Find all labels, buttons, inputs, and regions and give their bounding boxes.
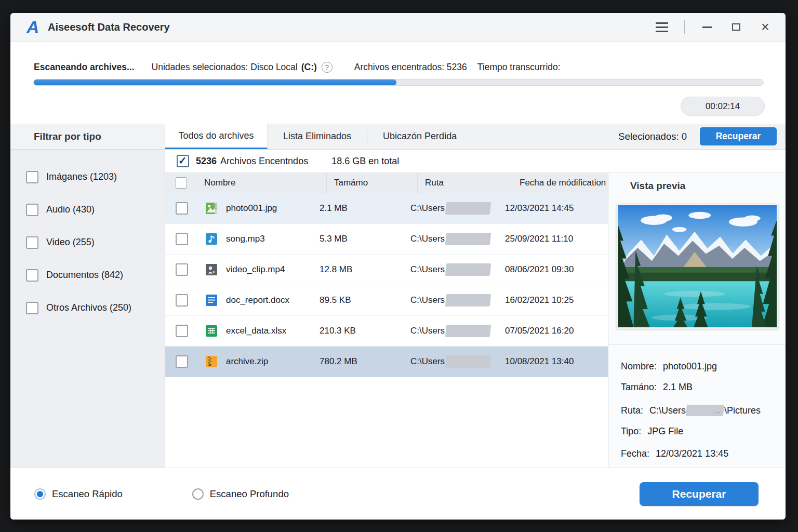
redacted-path <box>445 355 491 368</box>
recover-button-bottom[interactable]: Recuperar <box>640 482 759 506</box>
footer-bar: Escaneo Rápido Escaneo Profundo Recupera… <box>10 468 786 520</box>
minimize-icon[interactable] <box>700 20 714 34</box>
preview-type-field: Tipo:JPG File <box>621 426 683 437</box>
row-checkbox[interactable] <box>176 355 188 368</box>
deep-scan-option[interactable]: Escaneo Profundo <box>192 488 289 500</box>
desktop-background: A Aiseesoft Data Recovery × Escaneando a… <box>0 0 798 532</box>
column-header-date: Fecha de módification <box>512 173 608 193</box>
filter-sidebar-title: Filtrar por tipo <box>10 124 165 150</box>
title-bar: A Aiseesoft Data Recovery × <box>10 13 786 42</box>
tab-all-files[interactable]: Todos do archives <box>165 124 268 149</box>
files-found-label: Archivos encentrados: 5236 <box>354 62 467 73</box>
quick-scan-radio[interactable] <box>34 488 46 500</box>
total-size-label: 18.6 GB en total <box>331 156 399 167</box>
redacted-path: ... <box>686 405 724 416</box>
deep-scan-radio[interactable] <box>192 488 204 500</box>
column-header-size: Tamámo <box>326 173 417 193</box>
redacted-path <box>445 294 491 307</box>
drives-label: Unidades selecionados: Disco Local <box>152 62 298 73</box>
preview-panel: Vista previa <box>608 173 786 468</box>
row-checkbox[interactable] <box>176 294 188 307</box>
video-checkbox[interactable] <box>26 236 38 249</box>
preview-image <box>617 204 778 329</box>
filter-item-other[interactable]: Otros Archivos (250) <box>26 298 165 317</box>
table-row[interactable]: excel_data.xlsx 210.3 KB C:\Users 07/05/… <box>165 316 608 347</box>
zip-file-icon <box>205 355 218 368</box>
mp3-file-icon <box>205 232 218 246</box>
selected-count-label: Selecionados: 0 <box>618 131 687 142</box>
elapsed-time-label: Tiempo transcurrido: <box>477 62 561 73</box>
column-header-name: Nombre <box>204 178 326 188</box>
app-logo-icon: A <box>24 18 42 36</box>
files-found-count: 5236 <box>196 156 217 167</box>
files-found-text: Archivos Encentndos <box>220 156 308 167</box>
close-icon[interactable]: × <box>759 20 772 34</box>
drive-letter: (C:) <box>301 62 317 73</box>
window-title: Aiseesoft Data Recovery <box>48 21 170 33</box>
table-row[interactable]: song.mp3 5.3 MB C:\Users 25/09/2021 11:1… <box>165 224 608 255</box>
elapsed-timer-badge: 00:02:14 <box>681 97 765 116</box>
table-row[interactable]: photo001.jpg 2.1 MB C:\Users 12/03/2021 … <box>165 193 608 224</box>
filter-sidebar: Filtrar por tipo Imáganes (1203) Audio (… <box>10 124 165 468</box>
titlebar-separator <box>684 20 685 34</box>
scan-status-label: Escaneando archives... <box>34 62 135 73</box>
table-header-row: Nombre Tamámo Ruta Fecha de módification <box>165 173 608 193</box>
audio-checkbox[interactable] <box>26 204 38 216</box>
tab-lost-location[interactable]: Ubicazón Perdida <box>367 124 472 149</box>
filter-item-documents[interactable]: Documentos (842) <box>26 265 165 285</box>
xlsx-file-icon <box>205 324 218 338</box>
filter-item-video[interactable]: Video (255) <box>26 233 165 252</box>
maximize-icon[interactable] <box>729 20 743 34</box>
scan-summary-row: ✓ 5236 Archivos Encentndos 18.6 GB en to… <box>165 150 786 173</box>
select-all-checkbox[interactable]: ✓ <box>177 155 189 167</box>
file-table: Nombre Tamámo Ruta Fecha de módification… <box>165 173 608 468</box>
images-checkbox[interactable] <box>26 171 38 183</box>
table-row[interactable]: video_clip.mp4 12.8 MB C:\Users 08/06/20… <box>165 255 608 285</box>
redacted-path <box>445 233 491 245</box>
recover-button-top[interactable]: Recuperar <box>700 127 777 145</box>
scan-status-row: Escaneando archives... Unidades selecion… <box>34 60 561 74</box>
preview-date-field: Fecha:12/03/2021 13:45 <box>621 448 728 459</box>
filter-item-images[interactable]: Imáganes (1203) <box>26 167 165 187</box>
app-window: A Aiseesoft Data Recovery × Escaneando a… <box>10 13 786 520</box>
scan-progress-fill <box>34 79 396 85</box>
preview-path-field: Ruta:C:\Users...\Pictures <box>621 405 761 416</box>
row-checkbox[interactable] <box>176 202 188 215</box>
quick-scan-option[interactable]: Escaneo Rápido <box>34 488 123 500</box>
other-files-checkbox[interactable] <box>26 302 38 314</box>
mp4-file-icon <box>205 263 218 276</box>
row-checkbox[interactable] <box>176 233 188 245</box>
redacted-path <box>445 263 491 276</box>
preview-size-field: Tamáno:2.1 MB <box>621 382 693 393</box>
menu-icon[interactable] <box>655 20 669 34</box>
jpg-file-icon <box>205 202 218 215</box>
tab-bar: Todos do archives Lista Eliminados Ubica… <box>165 124 786 150</box>
row-checkbox[interactable] <box>176 263 188 276</box>
row-checkbox[interactable] <box>176 325 188 337</box>
table-row[interactable]: doc_report.docx 89.5 KB C:\Users 16/02/2… <box>165 285 608 316</box>
redacted-path <box>445 325 491 337</box>
scan-progress-bar <box>33 79 764 86</box>
redacted-path <box>445 202 491 215</box>
docx-file-icon <box>205 294 218 307</box>
preview-divider <box>608 344 786 345</box>
filter-item-audio[interactable]: Audio (430) <box>26 200 165 219</box>
column-header-path: Ruta <box>417 173 512 193</box>
table-row[interactable]: archive.zip 780.2 MB C:\Users 10/08/2021… <box>165 347 608 377</box>
preview-name-field: Nombre:photo001.jpg <box>621 361 717 372</box>
preview-title: Vista previa <box>630 180 685 192</box>
header-checkbox[interactable] <box>176 177 187 189</box>
help-icon[interactable]: ? <box>322 62 332 73</box>
documents-checkbox[interactable] <box>26 269 38 282</box>
tab-deleted-list[interactable]: Lista Eliminados <box>268 124 367 149</box>
